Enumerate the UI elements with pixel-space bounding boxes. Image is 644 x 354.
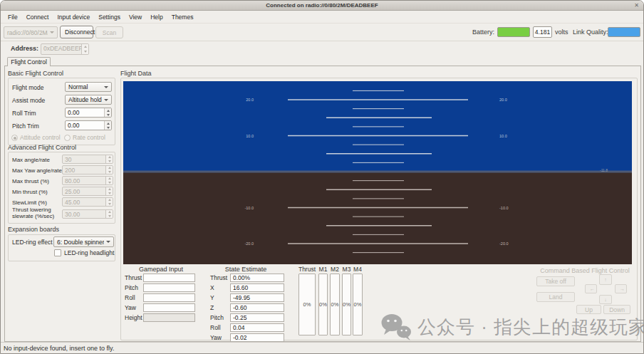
thrust-lowering-slewrate-sec-label: Thrust lowering slewrate (%/sec) bbox=[12, 207, 59, 219]
menu-item-view[interactable]: View bbox=[125, 11, 146, 24]
scan-button[interactable]: Scan bbox=[95, 26, 123, 38]
gamepad-yaw-input[interactable] bbox=[143, 303, 195, 312]
assist-mode-combo[interactable]: Altitude hold bbox=[65, 95, 112, 105]
state-thrust-field: 0.00% bbox=[230, 274, 284, 282]
gamepad-pitch-label: Pitch bbox=[125, 284, 138, 291]
land-button[interactable]: Land bbox=[536, 292, 575, 302]
connection-uri-text: radio://0/80/2M/DEADBEEF bbox=[7, 29, 48, 36]
led-ring-headlight-checkbox[interactable] bbox=[54, 249, 61, 256]
assist-mode-combo-value: Altitude hold bbox=[68, 96, 102, 103]
led-ring-effect-combo[interactable]: 6: Double spinner bbox=[53, 236, 114, 247]
up-button[interactable]: Up bbox=[576, 305, 601, 314]
arrow-down-button[interactable]: ↓ bbox=[599, 295, 612, 304]
state-roll-label: Roll bbox=[210, 324, 221, 331]
state-y-label: Y bbox=[210, 294, 214, 301]
gamepad-yaw-label: Yaw bbox=[125, 304, 136, 311]
gamepad-height-label: Height bbox=[125, 314, 142, 321]
gamepad-thrust-input[interactable] bbox=[143, 274, 195, 282]
flight-mode-combo[interactable]: Normal bbox=[65, 82, 112, 92]
roll-trim-label: Roll Trim bbox=[12, 110, 36, 117]
attitude-control-label: Attitude control bbox=[20, 134, 61, 141]
arrow-up-button[interactable]: ↑ bbox=[599, 274, 612, 285]
roll-trim-spinbox[interactable]: 0.00 bbox=[65, 108, 112, 118]
menu-item-settings[interactable]: Settings bbox=[94, 11, 125, 24]
slewlimit-label: SlewLimit (%) bbox=[12, 199, 47, 206]
svg-text:-20.0: -20.0 bbox=[499, 241, 509, 246]
gamepad-pitch-input[interactable] bbox=[143, 283, 195, 292]
motor-bar-m4: 0% bbox=[353, 274, 363, 335]
max-thrust-label: Max thrust (%) bbox=[12, 178, 49, 184]
min-thrust-spinbox[interactable]: 25.00 bbox=[62, 187, 113, 196]
spin-arrows-icon[interactable] bbox=[105, 187, 113, 195]
tab-flight-control[interactable]: Flight Control bbox=[7, 57, 51, 66]
roll-trim-spinbox-value: 0.00 bbox=[66, 108, 104, 117]
min-thrust-label: Min thrust (%) bbox=[12, 189, 48, 195]
close-icon[interactable]: ✕ bbox=[634, 1, 639, 11]
disconnect-button[interactable]: Disconnect bbox=[60, 26, 93, 38]
slewlimit-spinbox[interactable]: 45.00 bbox=[62, 197, 113, 207]
battery-label: Battery: bbox=[472, 28, 494, 36]
state-estimate-title: State Estimate bbox=[206, 266, 286, 273]
battery-voltage-field: 4.181 bbox=[533, 26, 552, 38]
spin-arrows-icon[interactable] bbox=[105, 166, 113, 174]
state-yaw-label: Yaw bbox=[210, 334, 222, 341]
gamepad-roll-input[interactable] bbox=[143, 293, 195, 302]
led-ring-effect-label: LED-ring effect bbox=[12, 239, 53, 246]
battery-meter bbox=[497, 27, 530, 37]
menu-item-connect[interactable]: Connect bbox=[22, 11, 53, 24]
address-spinbox[interactable]: 0xDEADBEEF bbox=[41, 43, 89, 55]
down-button[interactable]: Down bbox=[603, 305, 630, 314]
status-message: No input-device found, insert one to fly… bbox=[4, 343, 114, 354]
volts-label: volts bbox=[555, 28, 568, 36]
address-label: Address: bbox=[11, 45, 38, 52]
menu-item-themes[interactable]: Themes bbox=[167, 11, 198, 24]
motor-header-m4: M4 bbox=[348, 266, 367, 273]
spin-arrows-icon[interactable] bbox=[105, 177, 113, 184]
state-x-field: 16.60 bbox=[230, 283, 284, 292]
svg-text:-10.0: -10.0 bbox=[499, 206, 509, 210]
motor-bar-m1: 0% bbox=[318, 274, 328, 335]
spin-arrows-icon[interactable] bbox=[81, 44, 88, 54]
max-angle-rate-spinbox[interactable]: 30 bbox=[62, 155, 113, 164]
menu-item-file[interactable]: File bbox=[4, 11, 22, 24]
spin-arrows-icon[interactable] bbox=[104, 108, 111, 117]
motor-bar-m2: 0% bbox=[330, 274, 340, 335]
state-y-field: -49.95 bbox=[230, 293, 284, 302]
led-ring-effect-value: 6: Double spinner bbox=[57, 239, 104, 246]
flight-mode-label: Flight mode bbox=[12, 84, 43, 91]
chevron-down-icon bbox=[104, 99, 108, 101]
max-yaw-angle-rate-spinbox[interactable]: 200 bbox=[62, 165, 113, 175]
thrust-lowering-slewrate-sec-spinbox[interactable]: 30.00 bbox=[62, 209, 113, 219]
svg-text:20.0: 20.0 bbox=[499, 98, 507, 102]
link-quality-label: Link Quality: bbox=[573, 28, 608, 36]
app-window: Connected on radio://0/80/2M/DEADBEEF ✕ … bbox=[0, 0, 644, 354]
state-yaw-field: -0.02 bbox=[230, 333, 284, 342]
menu-item-input-device[interactable]: Input device bbox=[53, 11, 94, 24]
state-thrust-label: Thrust bbox=[210, 274, 227, 281]
gamepad-height-input[interactable] bbox=[143, 313, 195, 322]
state-z-label: Z bbox=[210, 304, 214, 311]
motor-bar-m3: 0% bbox=[342, 274, 351, 335]
max-thrust-spinbox[interactable]: 80.00 bbox=[62, 176, 113, 185]
svg-text:-20.0: -20.0 bbox=[244, 241, 254, 246]
spin-arrows-icon[interactable] bbox=[104, 121, 111, 130]
connection-uri-combo[interactable]: radio://0/80/2M/DEADBEEF bbox=[4, 26, 58, 38]
rate-control-radio[interactable] bbox=[64, 135, 71, 141]
pitch-trim-label: Pitch Trim bbox=[12, 123, 39, 130]
arrow-right-button[interactable]: → bbox=[615, 284, 627, 293]
gamepad-roll-label: Roll bbox=[125, 294, 135, 301]
title-bar: Connected on radio://0/80/2M/DEADBEEF ✕ bbox=[1, 1, 643, 11]
chevron-down-icon bbox=[50, 31, 54, 33]
spin-arrows-icon[interactable] bbox=[105, 155, 113, 163]
menu-item-help[interactable]: Help bbox=[146, 11, 167, 24]
state-pitch-field: -0.25 bbox=[230, 313, 284, 322]
state-pitch-label: Pitch bbox=[210, 314, 224, 321]
arrow-left-button[interactable]: ← bbox=[585, 284, 597, 293]
take-off-button[interactable]: Take off bbox=[536, 276, 575, 286]
pitch-trim-spinbox[interactable]: 0.00 bbox=[65, 120, 112, 130]
state-z-field: -0.60 bbox=[230, 303, 284, 312]
expansion-boards-title: Expansion boards bbox=[8, 226, 59, 233]
spin-arrows-icon[interactable] bbox=[105, 210, 113, 218]
attitude-control-radio[interactable] bbox=[11, 135, 18, 141]
spin-arrows-icon[interactable] bbox=[105, 198, 113, 206]
